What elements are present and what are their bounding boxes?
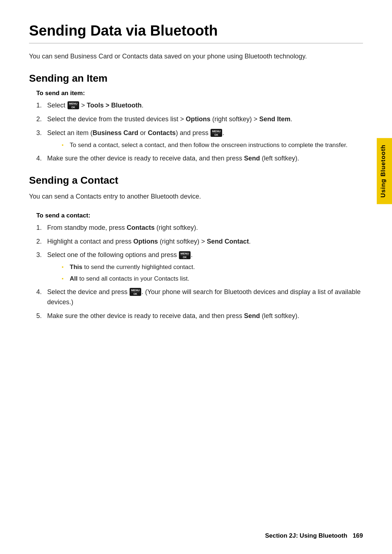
intro-text: You can send Business Card or Contacts d… bbox=[29, 52, 327, 62]
step-2-1: 1. From standby mode, press Contacts (ri… bbox=[36, 223, 363, 233]
section1-sublabel: To send an item: bbox=[36, 90, 363, 97]
bullet-item: All to send all contacts in your Contact… bbox=[62, 274, 363, 284]
step-1-3: 3. Select an item (Business Card or Cont… bbox=[36, 128, 363, 150]
step-2-3: 3. Select one of the following options a… bbox=[36, 250, 363, 284]
menu-icon-3: MENUOK bbox=[179, 251, 191, 259]
step-number: 4. bbox=[36, 287, 42, 297]
menu-icon-2: MENUOK bbox=[211, 129, 222, 137]
side-tab: Using Bluetooth bbox=[377, 138, 392, 204]
step-1-4: 4. Make sure the other device is ready t… bbox=[36, 154, 363, 164]
step-1-2: 2. Select the device from the trusted de… bbox=[36, 114, 363, 125]
step-2-3-bullets: This to send the currently highlighted c… bbox=[62, 262, 363, 284]
section-sending-contact: Sending a Contact You can send a Contact… bbox=[29, 174, 363, 321]
section1-steps: 1. Select MENUOK > Tools > Bluetooth. 2.… bbox=[36, 101, 363, 164]
menu-icon-1: MENUOK bbox=[68, 101, 79, 109]
step-number: 2. bbox=[36, 237, 42, 247]
section2-intro: You can send a Contacts entry to another… bbox=[29, 192, 327, 202]
step-1-3-bullets: To send a contact, select a contact, and… bbox=[62, 140, 363, 150]
step-2-5: 5. Make sure the other device is ready t… bbox=[36, 311, 363, 321]
step-number: 1. bbox=[36, 223, 42, 233]
footer-page-number: 169 bbox=[353, 532, 363, 539]
title-divider bbox=[29, 43, 363, 44]
menu-icon-4: MENUOK bbox=[130, 288, 141, 296]
step-number: 3. bbox=[36, 128, 42, 138]
step-1-1: 1. Select MENUOK > Tools > Bluetooth. bbox=[36, 101, 363, 111]
section2-sublabel: To send a contact: bbox=[36, 212, 363, 219]
step-number: 2. bbox=[36, 114, 42, 125]
step-number: 1. bbox=[36, 101, 42, 111]
section2-heading: Sending a Contact bbox=[29, 174, 363, 187]
page-footer: Section 2J: Using Bluetooth 169 bbox=[265, 532, 363, 539]
page-container: Using Bluetooth Sending Data via Bluetoo… bbox=[0, 0, 392, 554]
bullet-item: This to send the currently highlighted c… bbox=[62, 262, 363, 272]
step-2-4: 4. Select the device and press MENUOK. (… bbox=[36, 287, 363, 307]
step-2-2: 2. Highlight a contact and press Options… bbox=[36, 237, 363, 247]
section1-heading: Sending an Item bbox=[29, 72, 363, 85]
footer-section-label: Section 2J: Using Bluetooth bbox=[265, 532, 347, 539]
page-title: Sending Data via Bluetooth bbox=[29, 22, 363, 39]
side-tab-label: Using Bluetooth bbox=[380, 144, 387, 197]
step-number: 5. bbox=[36, 311, 42, 321]
step-number: 3. bbox=[36, 250, 42, 260]
section2-steps: 1. From standby mode, press Contacts (ri… bbox=[36, 223, 363, 321]
step-number: 4. bbox=[36, 154, 42, 164]
section-sending-item: Sending an Item To send an item: 1. Sele… bbox=[29, 72, 363, 164]
bullet-item: To send a contact, select a contact, and… bbox=[62, 140, 363, 150]
